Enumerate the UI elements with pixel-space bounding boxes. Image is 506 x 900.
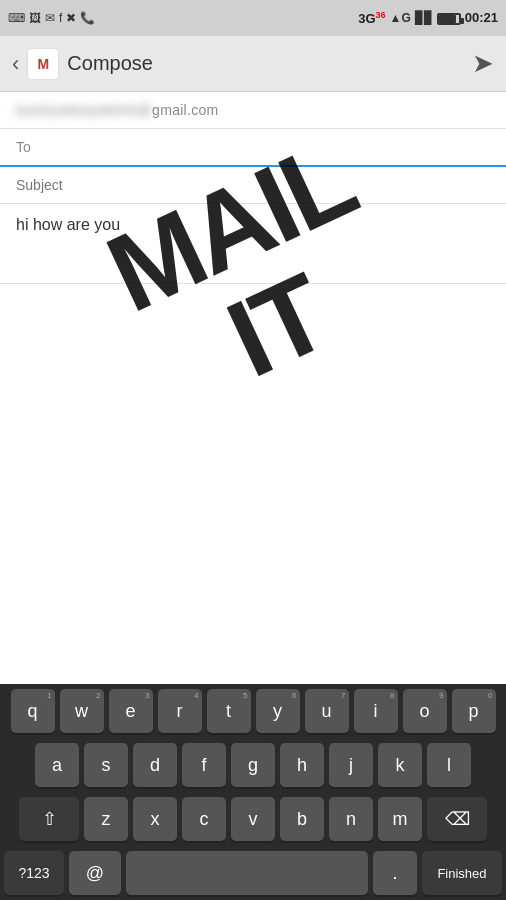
key-k[interactable]: k — [378, 743, 422, 787]
key-t[interactable]: t5 — [207, 689, 251, 733]
at-key[interactable]: @ — [69, 851, 121, 895]
to-input[interactable] — [39, 139, 490, 155]
key-q[interactable]: q1 — [11, 689, 55, 733]
content-spacer — [0, 284, 506, 424]
from-blurred: kashiyadeepak844@ — [16, 102, 152, 118]
subject-field[interactable] — [0, 167, 506, 204]
keyboard: q1 w2 e3 r4 t5 y6 u7 i8 o9 p0 a s d f g … — [0, 684, 506, 900]
key-l[interactable]: l — [427, 743, 471, 787]
time-display: 00:21 — [465, 10, 498, 25]
key-v[interactable]: v — [231, 797, 275, 841]
email-area: kashiyadeepak844@gmail.com To hi how are… — [0, 92, 506, 284]
done-key[interactable]: Finished — [422, 851, 502, 895]
keyboard-row-2: a s d f g h j k l — [0, 738, 506, 792]
network-type: 3G36 — [358, 10, 385, 26]
keyboard-row-3: ⇧ z x c v b n m ⌫ — [0, 792, 506, 846]
key-w[interactable]: w2 — [60, 689, 104, 733]
key-e[interactable]: e3 — [109, 689, 153, 733]
send-button[interactable]: ➤ — [472, 48, 494, 79]
settings-status-icon: ✖ — [66, 11, 76, 25]
back-button[interactable]: ‹ — [12, 51, 19, 77]
key-n[interactable]: n — [329, 797, 373, 841]
signal-icon: ▊▊ — [415, 11, 433, 25]
to-label: To — [16, 139, 31, 155]
battery-container — [437, 10, 461, 25]
keyboard-status-icon: ⌨ — [8, 11, 25, 25]
carrier-icon: ▲G — [390, 11, 411, 25]
app-title: Compose — [67, 52, 153, 75]
from-visible: gmail.com — [152, 102, 219, 118]
keyboard-row-4: ?123 @ . Finished — [0, 846, 506, 900]
key-m[interactable]: m — [378, 797, 422, 841]
key-f[interactable]: f — [182, 743, 226, 787]
body-field[interactable]: hi how are you — [0, 204, 506, 284]
status-bar: ⌨ 🖼 ✉ f ✖ 📞 3G36 ▲G ▊▊ 00:21 — [0, 0, 506, 36]
body-text: hi how are you — [16, 216, 120, 233]
status-left-icons: ⌨ 🖼 ✉ f ✖ 📞 — [8, 11, 95, 25]
space-key[interactable] — [126, 851, 368, 895]
battery-icon — [437, 13, 461, 25]
email-status-icon: ✉ — [45, 11, 55, 25]
num-key[interactable]: ?123 — [4, 851, 64, 895]
status-right-info: 3G36 ▲G ▊▊ 00:21 — [358, 10, 498, 26]
key-d[interactable]: d — [133, 743, 177, 787]
to-field[interactable]: To — [0, 129, 506, 167]
keyboard-row-1: q1 w2 e3 r4 t5 y6 u7 i8 o9 p0 — [0, 684, 506, 738]
key-h[interactable]: h — [280, 743, 324, 787]
backspace-key[interactable]: ⌫ — [427, 797, 487, 841]
from-field: kashiyadeepak844@gmail.com — [0, 92, 506, 129]
photo-status-icon: 🖼 — [29, 11, 41, 25]
app-bar-left: ‹ M Compose — [12, 48, 153, 80]
period-key[interactable]: . — [373, 851, 417, 895]
key-u[interactable]: u7 — [305, 689, 349, 733]
key-a[interactable]: a — [35, 743, 79, 787]
gmail-icon: M — [27, 48, 59, 80]
key-j[interactable]: j — [329, 743, 373, 787]
key-y[interactable]: y6 — [256, 689, 300, 733]
key-b[interactable]: b — [280, 797, 324, 841]
key-g[interactable]: g — [231, 743, 275, 787]
key-o[interactable]: o9 — [403, 689, 447, 733]
key-s[interactable]: s — [84, 743, 128, 787]
key-i[interactable]: i8 — [354, 689, 398, 733]
key-p[interactable]: p0 — [452, 689, 496, 733]
shift-key[interactable]: ⇧ — [19, 797, 79, 841]
subject-input[interactable] — [16, 177, 490, 193]
key-z[interactable]: z — [84, 797, 128, 841]
facebook-status-icon: f — [59, 11, 62, 25]
key-c[interactable]: c — [182, 797, 226, 841]
app-bar: ‹ M Compose ➤ — [0, 36, 506, 92]
voip-status-icon: 📞 — [80, 11, 95, 25]
key-r[interactable]: r4 — [158, 689, 202, 733]
key-x[interactable]: x — [133, 797, 177, 841]
